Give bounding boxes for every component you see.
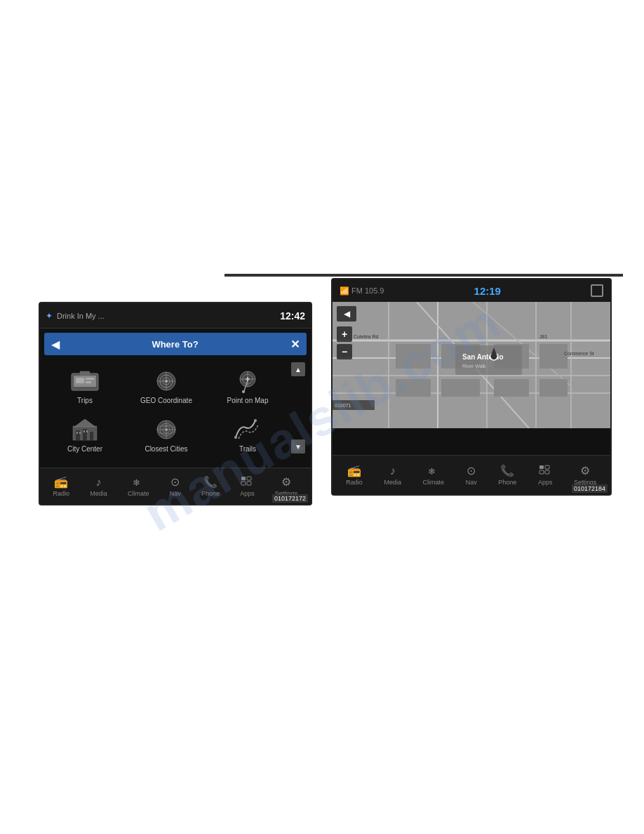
phone-label: Phone <box>201 490 220 497</box>
trips-icon <box>69 368 101 395</box>
screen1-image-id: 010172172 <box>272 494 308 503</box>
s2-nav-label: Nav <box>466 479 477 486</box>
geo-icon <box>150 368 182 395</box>
point-on-map-icon <box>232 368 264 395</box>
svg-rect-4 <box>86 381 91 383</box>
media-label: Media <box>90 490 107 497</box>
s2-bottom-nav-climate[interactable]: ❄ Climate <box>423 465 445 486</box>
screen2-map-view: 📶 FM 105.9 12:19 <box>331 278 612 496</box>
svg-rect-42 <box>247 482 251 485</box>
screen2-time: 12:19 <box>474 285 501 297</box>
svg-rect-5 <box>80 371 90 375</box>
svg-rect-25 <box>76 432 78 434</box>
svg-rect-2 <box>76 378 84 383</box>
bottom-nav-climate[interactable]: ❄ Climate <box>128 476 149 497</box>
fm-signal-icon: 📶 <box>340 286 349 296</box>
s2-bottom-nav-media[interactable]: ♪ Media <box>384 465 401 486</box>
s2-climate-label: Climate <box>423 479 445 486</box>
svg-rect-40 <box>247 477 251 480</box>
trails-label: Trails <box>239 445 256 454</box>
point-on-map-label: Point on Map <box>227 397 269 405</box>
svg-text:❄: ❄ <box>133 477 140 488</box>
s2-media-label: Media <box>384 479 401 486</box>
s2-bottom-nav-radio[interactable]: 📻 Radio <box>346 464 363 486</box>
bottom-nav-apps[interactable]: Apps <box>240 476 255 497</box>
s2-apps-label: Apps <box>538 479 553 486</box>
svg-point-17 <box>242 390 245 393</box>
fm-text: FM 105.9 <box>351 286 384 295</box>
city-center-icon <box>69 416 101 443</box>
s2-bottom-nav-nav[interactable]: ⊙ Nav <box>466 464 477 486</box>
city-center-label: City Center <box>67 445 102 454</box>
screen1-time: 12:42 <box>280 310 305 322</box>
media-icon: ♪ <box>96 476 102 489</box>
s2-bottom-nav-settings[interactable]: ⚙ Settings <box>574 464 597 486</box>
svg-rect-60 <box>494 379 529 397</box>
svg-rect-61 <box>539 344 568 369</box>
svg-text:J81: J81 <box>539 334 547 339</box>
svg-rect-76 <box>539 470 544 474</box>
nav-icon: ⊙ <box>170 475 180 489</box>
nav-item-trails[interactable]: Trails <box>207 411 288 459</box>
svg-text:River Walk: River Walk <box>462 364 486 369</box>
svg-rect-77 <box>545 470 549 474</box>
bluetooth-icon: ✦ <box>46 311 53 321</box>
svg-rect-74 <box>539 465 544 469</box>
close-button[interactable]: ✕ <box>290 338 300 351</box>
scroll-up-button[interactable]: ▲ <box>291 362 305 376</box>
bottom-nav-nav[interactable]: ⊙ Nav <box>170 475 181 497</box>
where-to-search-bar[interactable]: ◀ Where To? ✕ <box>44 333 307 355</box>
map-back-button[interactable]: ◀ <box>337 306 356 322</box>
closest-cities-icon <box>150 416 182 443</box>
svg-rect-59 <box>441 379 480 397</box>
nav-label: Nav <box>170 490 181 497</box>
radio-icon: 📻 <box>54 475 68 489</box>
nav-item-point-on-map[interactable]: Point on Map <box>207 362 288 411</box>
fm-label: 📶 FM 105.9 <box>340 286 384 296</box>
nav-item-city-center[interactable]: City Center <box>44 411 126 459</box>
radio-label: Radio <box>53 490 70 497</box>
map-zoom-out-button[interactable]: − <box>337 344 352 359</box>
s2-settings-icon: ⚙ <box>580 464 590 477</box>
nav-item-geo[interactable]: GEO Coordinate <box>126 362 207 411</box>
s2-radio-label: Radio <box>346 479 363 486</box>
svg-marker-24 <box>74 419 95 427</box>
map-svg: San Antonio River Walk Culebra Rd J81 Co… <box>333 302 610 428</box>
map-display[interactable]: San Antonio River Walk Culebra Rd J81 Co… <box>333 302 610 428</box>
climate-icon: ❄ <box>132 476 145 489</box>
screen1-status-text: Drink In My ... <box>57 312 105 320</box>
bottom-nav-media[interactable]: ♪ Media <box>90 476 107 497</box>
phone-icon: 📞 <box>203 475 217 489</box>
svg-rect-58 <box>396 379 431 397</box>
bottom-nav-phone[interactable]: 📞 Phone <box>201 475 220 497</box>
back-arrow-button[interactable]: ◀ <box>51 338 60 351</box>
s2-nav-icon: ⊙ <box>467 464 476 477</box>
apps-icon <box>241 476 253 489</box>
trips-label: Trips <box>77 397 93 405</box>
apps-label: Apps <box>240 490 255 497</box>
map-zoom-in-button[interactable]: + <box>337 326 352 342</box>
screen1-status-area: ✦ Drink In My ... <box>46 311 105 321</box>
screen1-header: ✦ Drink In My ... 12:42 <box>40 303 311 329</box>
svg-rect-55 <box>396 344 431 369</box>
nav-item-closest-cities[interactable]: Closest Cities <box>126 411 207 459</box>
s2-phone-icon: 📞 <box>500 464 514 477</box>
nav-options-grid: Trips GEO Coordinate <box>40 359 311 462</box>
svg-text:Commerce St: Commerce St <box>564 351 594 356</box>
svg-point-37 <box>254 419 257 422</box>
s2-bottom-nav-phone[interactable]: 📞 Phone <box>498 464 516 486</box>
s2-bottom-nav-apps[interactable]: Apps <box>538 465 553 486</box>
closest-cities-label: Closest Cities <box>145 445 187 454</box>
svg-rect-23 <box>90 432 93 440</box>
scroll-down-button[interactable]: ▼ <box>291 439 305 454</box>
svg-rect-62 <box>539 379 568 397</box>
svg-rect-39 <box>241 477 246 480</box>
s2-climate-icon: ❄ <box>427 465 440 477</box>
section-divider <box>224 274 623 277</box>
geo-label: GEO Coordinate <box>140 397 192 405</box>
screen1-nav-menu: ✦ Drink In My ... 12:42 ◀ Where To? ✕ ▲ <box>39 302 312 505</box>
nav-item-trips[interactable]: Trips <box>44 362 126 411</box>
svg-point-11 <box>165 380 168 383</box>
svg-point-36 <box>234 436 237 439</box>
bottom-nav-radio[interactable]: 📻 Radio <box>53 475 70 497</box>
